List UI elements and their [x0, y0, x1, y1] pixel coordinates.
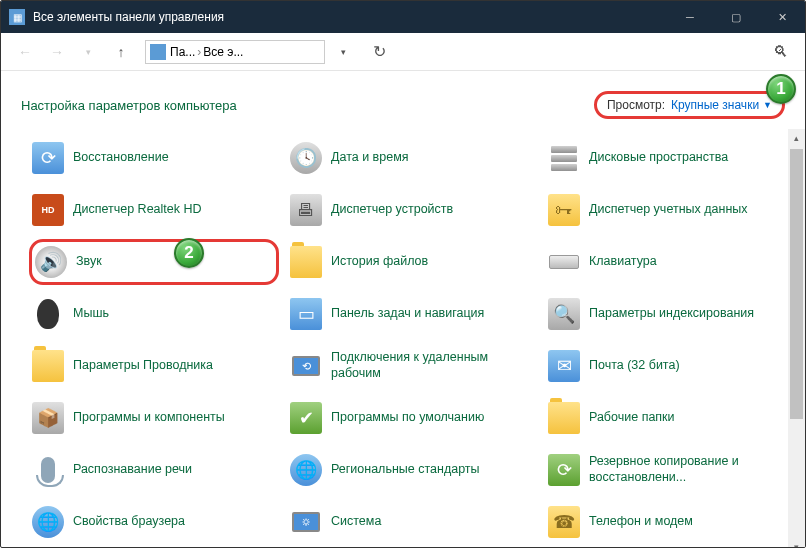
toolbar: ← → ▾ ↑ Па... › Все э... ▾ ↻ 🔍︎ [1, 33, 805, 71]
breadcrumb-separator: › [197, 45, 201, 59]
view-by-value: Крупные значки [671, 98, 759, 112]
taskbar-icon: ▭ [289, 297, 323, 331]
recovery-icon: ⟳ [31, 141, 65, 175]
close-button[interactable]: ✕ [759, 1, 805, 33]
nav-back-button[interactable]: ← [11, 38, 39, 66]
mail-icon: ✉ [547, 349, 581, 383]
breadcrumb-part[interactable]: Па... [170, 45, 195, 59]
page-title: Настройка параметров компьютера [21, 98, 237, 113]
minimize-button[interactable]: ─ [667, 1, 713, 33]
item-label: Диспетчер учетных данных [589, 202, 748, 218]
phone-icon: ☎ [547, 505, 581, 539]
defaults-icon: ✔ [289, 401, 323, 435]
control-panel-item[interactable]: ⟳Восстановление [29, 135, 279, 181]
item-label: Региональные стандарты [331, 462, 480, 478]
item-label: Дата и время [331, 150, 409, 166]
control-panel-item[interactable]: 🕓Дата и время [287, 135, 537, 181]
item-label: Почта (32 бита) [589, 358, 680, 374]
realtek-icon: HD [31, 193, 65, 227]
item-label: Диспетчер Realtek HD [73, 202, 202, 218]
titlebar: ▦ Все элементы панели управления ─ ▢ ✕ [1, 1, 805, 33]
nav-forward-button[interactable]: → [43, 38, 71, 66]
control-panel-item[interactable]: ⛭Система [287, 499, 537, 545]
search-button[interactable]: 🔍︎ [765, 37, 795, 67]
nav-up-button[interactable]: ↑ [107, 38, 135, 66]
breadcrumb-part[interactable]: Все э... [203, 45, 243, 59]
datetime-icon: 🕓 [289, 141, 323, 175]
control-panel-item[interactable]: 🖶Диспетчер устройств [287, 187, 537, 233]
nav-recent-dropdown[interactable]: ▾ [75, 38, 103, 66]
item-label: Клавиатура [589, 254, 657, 270]
credmgr-icon: 🗝 [547, 193, 581, 227]
item-label: Восстановление [73, 150, 169, 166]
control-panel-item[interactable]: ▭Панель задач и навигация [287, 291, 537, 337]
item-label: Панель задач и навигация [331, 306, 484, 322]
item-label: История файлов [331, 254, 428, 270]
address-bar[interactable]: Па... › Все э... [145, 40, 325, 64]
control-panel-item[interactable]: ✔Программы по умолчанию [287, 395, 537, 441]
control-panel-item[interactable]: 🌐Региональные стандарты [287, 447, 537, 493]
control-panel-item[interactable]: Клавиатура [545, 239, 795, 285]
speech-icon [31, 453, 65, 487]
view-by-selector[interactable]: Просмотр: Крупные значки ▼ 1 [594, 91, 785, 119]
item-label: Свойства браузера [73, 514, 185, 530]
control-panel-item[interactable]: 📦Программы и компоненты [29, 395, 279, 441]
mouse-icon [31, 297, 65, 331]
item-label: Программы по умолчанию [331, 410, 484, 426]
item-label: Система [331, 514, 381, 530]
control-panel-item[interactable]: Рабочие папки [545, 395, 795, 441]
control-panel-item[interactable]: Распознавание речи [29, 447, 279, 493]
control-panel-item[interactable]: 🔍Параметры индексирования [545, 291, 795, 337]
annotation-marker-2: 2 [174, 238, 204, 268]
control-panel-item[interactable]: 🔊Звук2 [29, 239, 279, 285]
item-label: Программы и компоненты [73, 410, 225, 426]
storage-icon [547, 141, 581, 175]
address-dropdown[interactable]: ▾ [329, 38, 357, 66]
control-panel-item[interactable]: 🌐Свойства браузера [29, 499, 279, 545]
item-label: Подключения к удаленным рабочим [331, 350, 535, 381]
view-by-label: Просмотр: [607, 98, 665, 112]
control-panel-item[interactable]: Параметры Проводника [29, 343, 279, 389]
control-panel-item[interactable]: Мышь [29, 291, 279, 337]
keyboard-icon [547, 245, 581, 279]
content-area: ⟳Восстановление🕓Дата и времяДисковые про… [1, 129, 805, 548]
item-label: Мышь [73, 306, 109, 322]
refresh-button[interactable]: ↻ [365, 40, 393, 64]
scroll-up-button[interactable]: ▴ [788, 129, 805, 146]
item-label: Рабочие папки [589, 410, 675, 426]
window-icon: ▦ [9, 9, 25, 25]
programs-icon: 📦 [31, 401, 65, 435]
devmgr-icon: 🖶 [289, 193, 323, 227]
scroll-down-button[interactable]: ▾ [788, 538, 805, 548]
control-panel-item[interactable]: ☎Телефон и модем [545, 499, 795, 545]
control-panel-item[interactable]: История файлов [287, 239, 537, 285]
control-panel-item[interactable]: ⟲Подключения к удаленным рабочим [287, 343, 537, 389]
workfolders-icon [547, 401, 581, 435]
window-title: Все элементы панели управления [33, 10, 667, 24]
control-panel-item[interactable]: ✉Почта (32 бита) [545, 343, 795, 389]
inetopt-icon: 🌐 [31, 505, 65, 539]
annotation-marker-1: 1 [766, 74, 796, 104]
maximize-button[interactable]: ▢ [713, 1, 759, 33]
sound-icon: 🔊 [34, 245, 68, 279]
explorer-icon [31, 349, 65, 383]
item-label: Звук [76, 254, 102, 270]
control-panel-item[interactable]: Дисковые пространства [545, 135, 795, 181]
item-label: Распознавание речи [73, 462, 192, 478]
item-label: Телефон и модем [589, 514, 693, 530]
chevron-down-icon: ▼ [763, 100, 772, 110]
remoteapp-icon: ⟲ [289, 349, 323, 383]
vertical-scrollbar[interactable]: ▴ ▾ [788, 129, 805, 548]
control-panel-item[interactable]: HDДиспетчер Realtek HD [29, 187, 279, 233]
page-header: Настройка параметров компьютера Просмотр… [1, 71, 805, 129]
item-label: Дисковые пространства [589, 150, 728, 166]
control-panel-icon [150, 44, 166, 60]
system-icon: ⛭ [289, 505, 323, 539]
region-icon: 🌐 [289, 453, 323, 487]
control-panel-item[interactable]: 🗝Диспетчер учетных данных [545, 187, 795, 233]
filehist-icon [289, 245, 323, 279]
item-label: Параметры Проводника [73, 358, 213, 374]
control-panel-item[interactable]: ⟳Резервное копирование и восстановлени..… [545, 447, 795, 493]
scroll-thumb[interactable] [790, 149, 803, 419]
item-label: Параметры индексирования [589, 306, 754, 322]
